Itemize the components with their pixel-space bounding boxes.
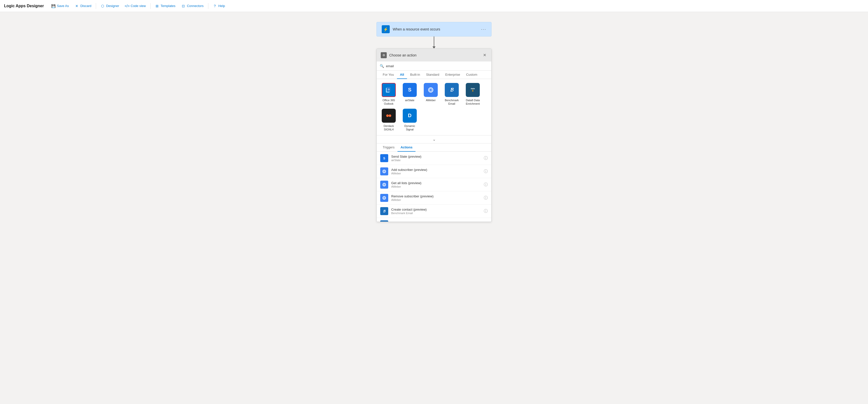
action-item-remove-subscriber[interactable]: Remove subscriber (preview) AWeber ⓘ (377, 191, 491, 205)
code-view-button[interactable]: </> Code view (123, 2, 148, 9)
connector-data8[interactable]: data 8 Data8 Data Enrichment (464, 83, 482, 106)
connector-airslate-icon: S (403, 83, 417, 97)
action-item-add-subscriber-icon (380, 167, 388, 175)
category-tabs: For You All Built-in Standard Enterprise… (377, 71, 491, 79)
connector-data8-label: Data8 Data Enrichment (464, 98, 482, 106)
action-item-add-subscriber-info-icon[interactable]: ⓘ (484, 169, 488, 174)
svg-text:𝓑: 𝓑 (383, 209, 386, 213)
connector-derdack-label: Derdack SIGNL4 (380, 124, 398, 131)
action-item-get-all-lists-icon (380, 181, 388, 189)
trigger-block[interactable]: ⚡ When a resource event occurs ··· (376, 22, 492, 36)
connector-benchmark-icon: 𝓑 (445, 83, 459, 97)
tab-for-you[interactable]: For You (380, 71, 397, 79)
designer-icon: ⬡ (100, 4, 104, 8)
discard-button[interactable]: ✕ Discard (72, 2, 94, 9)
connector-aweber-icon (424, 83, 438, 97)
svg-text:𝓑: 𝓑 (450, 87, 454, 93)
connector-aweber-label: AWeber (426, 98, 435, 102)
panel-close-button[interactable]: ✕ (482, 52, 487, 59)
chevron-down-icon: ⌄ (433, 137, 436, 141)
app-title: Logic Apps Designer (4, 4, 44, 8)
templates-icon: ⊞ (155, 4, 159, 8)
top-bar: Logic Apps Designer 💾 Save As ✕ Discard … (0, 0, 868, 12)
action-list: S Send Slate (preview) airSlate ⓘ (377, 152, 491, 222)
action-item-add-subscriber-info: Add subscriber (preview) AWeber (391, 168, 481, 175)
panel-header-icon: ⚙ (381, 52, 387, 58)
expand-connectors-button[interactable]: ⌄ (377, 135, 491, 143)
action-item-get-all-lists[interactable]: Get all lists (preview) AWeber ⓘ (377, 178, 491, 191)
panel-header-left: ⚙ Choose an action (381, 52, 416, 58)
help-icon: ? (213, 4, 217, 8)
action-item-create-list-info: Create list (preview) Benchmark Email (391, 221, 481, 222)
connector-office365[interactable]: O Office 365 Outlook (380, 83, 398, 106)
action-item-create-list-icon: 𝓑 (380, 221, 388, 222)
connector-data8-icon: data 8 (466, 83, 480, 97)
connector-aweber[interactable]: AWeber (422, 83, 440, 106)
action-item-create-contact-info-icon[interactable]: ⓘ (484, 209, 488, 214)
action-item-create-list[interactable]: 𝓑 Create list (preview) Benchmark Email … (377, 218, 491, 222)
connector-benchmark[interactable]: 𝓑 Benchmark Email (443, 83, 461, 106)
separator-2 (150, 3, 151, 9)
connector-dynamic-icon: D (403, 109, 417, 123)
trigger-menu-button[interactable]: ··· (481, 27, 486, 32)
svg-text:D: D (408, 113, 411, 118)
help-button[interactable]: ? Help (210, 2, 228, 9)
action-item-send-slate-info: Send Slate (preview) airSlate (391, 155, 481, 162)
connectors-button[interactable]: ⊡ Connectors (179, 2, 206, 9)
connectors-icon: ⊡ (181, 4, 185, 8)
action-item-create-contact-info: Create contact (preview) Benchmark Email (391, 208, 481, 214)
tab-all[interactable]: All (397, 71, 407, 79)
search-icon: 🔍 (380, 64, 384, 68)
action-item-remove-subscriber-icon (380, 194, 388, 202)
action-item-send-slate[interactable]: S Send Slate (preview) airSlate ⓘ (377, 152, 491, 165)
tab-enterprise[interactable]: Enterprise (442, 71, 463, 79)
action-item-get-all-lists-info-icon[interactable]: ⓘ (484, 182, 488, 188)
tab-standard[interactable]: Standard (423, 71, 442, 79)
tab-actions[interactable]: Actions (398, 143, 415, 152)
action-item-send-slate-icon: S (380, 154, 388, 162)
discard-icon: ✕ (75, 4, 79, 8)
svg-text:S: S (383, 157, 385, 160)
search-input[interactable] (386, 64, 488, 68)
connector-derdack-icon (382, 109, 396, 123)
tab-triggers[interactable]: Triggers (380, 143, 398, 152)
svg-text:S: S (408, 87, 411, 93)
flow-arrow (434, 36, 434, 46)
connector-office365-icon: O (382, 83, 396, 97)
action-item-get-all-lists-info: Get all lists (preview) AWeber (391, 181, 481, 188)
connector-dynamic-label: Dynamic Signal (401, 124, 419, 131)
connector-office365-label: Office 365 Outlook (380, 98, 398, 106)
connector-airslate[interactable]: S airSlate (401, 83, 419, 106)
save-icon: 💾 (51, 4, 55, 8)
code-icon: </> (125, 4, 129, 8)
action-item-send-slate-info-icon[interactable]: ⓘ (484, 156, 488, 161)
tab-built-in[interactable]: Built-in (407, 71, 423, 79)
canvas: ⚡ When a resource event occurs ··· ⚙ Cho… (0, 12, 868, 404)
trigger-icon: ⚡ (382, 25, 390, 33)
save-as-button[interactable]: 💾 Save As (49, 2, 71, 9)
action-item-create-contact-icon: 𝓑 (380, 207, 388, 215)
action-item-create-contact[interactable]: 𝓑 Create contact (preview) Benchmark Ema… (377, 205, 491, 218)
separator-1 (96, 3, 96, 9)
action-item-remove-subscriber-info: Remove subscriber (preview) AWeber (391, 194, 481, 201)
search-box: 🔍 (377, 62, 491, 71)
svg-text:O: O (388, 88, 390, 91)
templates-button[interactable]: ⊞ Templates (153, 2, 178, 9)
panel-header: ⚙ Choose an action ✕ (377, 49, 491, 62)
connector-derdack[interactable]: Derdack SIGNL4 (380, 109, 398, 131)
connector-dynamic[interactable]: D Dynamic Signal (401, 109, 419, 131)
connector-airslate-label: airSlate (405, 98, 414, 102)
svg-text:8: 8 (472, 90, 473, 92)
svg-rect-7 (427, 86, 435, 94)
tab-custom[interactable]: Custom (463, 71, 480, 79)
action-item-add-subscriber[interactable]: Add subscriber (preview) AWeber ⓘ (377, 165, 491, 178)
svg-point-17 (389, 114, 391, 117)
panel-title: Choose an action (389, 53, 416, 57)
action-panel: ⚙ Choose an action ✕ 🔍 For You All Built… (376, 48, 492, 222)
svg-point-16 (386, 114, 389, 117)
designer-button[interactable]: ⬡ Designer (98, 2, 122, 9)
trigger-label: When a resource event occurs (393, 27, 478, 31)
actions-tabs: Triggers Actions (377, 143, 491, 152)
action-item-remove-subscriber-info-icon[interactable]: ⓘ (484, 195, 488, 201)
connectors-grid: O Office 365 Outlook S airSlate (377, 79, 491, 135)
